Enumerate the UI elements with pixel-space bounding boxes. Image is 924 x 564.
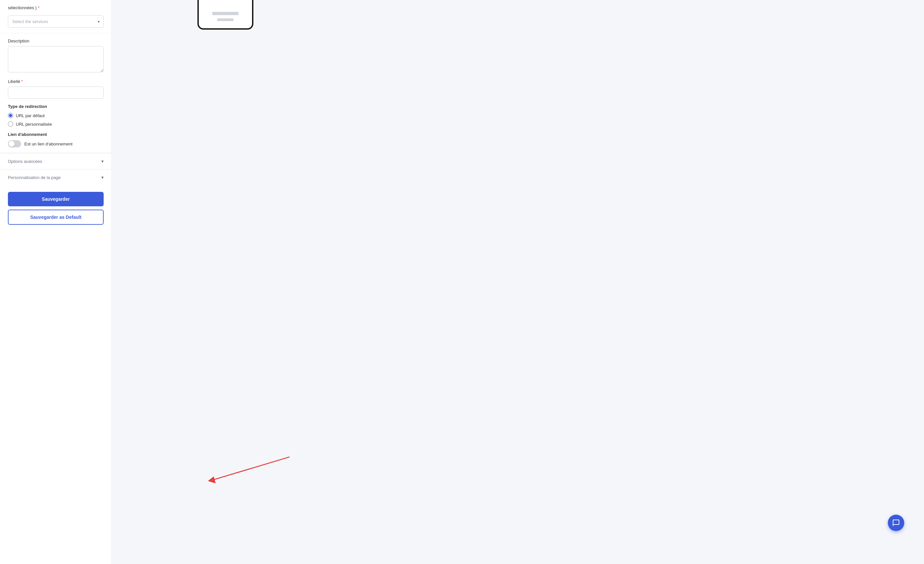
- abonnement-toggle-label: Est un lien d'abonnement: [24, 141, 72, 146]
- libelle-required-marker: *: [21, 79, 23, 84]
- radio-url-personnalisee-label: URL personnalisée: [16, 122, 52, 127]
- arrow-annotation: [204, 452, 290, 485]
- form-panel: sélectionnées ) * Select the services ▾ …: [0, 0, 112, 564]
- description-field-group: Description: [8, 39, 104, 74]
- options-avancees-section: Options avancées ▾: [0, 153, 111, 169]
- phone-bar-1: [212, 12, 238, 15]
- save-default-button[interactable]: Sauvegarder as Default: [8, 210, 104, 225]
- description-textarea[interactable]: [8, 46, 104, 72]
- chat-icon: [892, 519, 900, 527]
- right-panel: [112, 0, 924, 564]
- svg-marker-1: [208, 477, 216, 483]
- services-label-text: sélectionnées ): [8, 5, 36, 10]
- save-button[interactable]: Sauvegarder: [8, 192, 104, 206]
- abonnement-toggle[interactable]: [8, 140, 21, 147]
- libelle-input[interactable]: [8, 87, 104, 99]
- chat-button[interactable]: [888, 514, 904, 531]
- redirection-type-label: Type de redirection: [8, 104, 104, 109]
- phone-mockup: [197, 0, 254, 30]
- description-section: Description Libellé * Type de redirectio…: [0, 33, 111, 153]
- personnalisation-section: Personnalisation de la page ▾: [0, 169, 111, 185]
- abonnement-toggle-row: Est un lien d'abonnement: [8, 140, 104, 147]
- personnalisation-chevron-icon: ▾: [101, 175, 104, 180]
- redirection-type-group: Type de redirection URL par défaut URL p…: [8, 104, 104, 127]
- services-field-label-area: sélectionnées ) *: [0, 0, 111, 10]
- options-avancees-header[interactable]: Options avancées ▾: [8, 159, 104, 164]
- radio-group: URL par défaut URL personnalisée: [8, 113, 104, 127]
- services-select[interactable]: Select the services: [8, 15, 104, 28]
- libelle-label: Libellé *: [8, 79, 104, 84]
- services-required-marker: *: [38, 5, 39, 10]
- phone-bar-2: [217, 18, 234, 21]
- abonnement-section: Lien d'abonnement Est un lien d'abonneme…: [8, 132, 104, 147]
- services-section: Select the services ▾: [0, 10, 111, 33]
- svg-line-0: [212, 457, 290, 480]
- radio-url-personnalisee-input[interactable]: [8, 122, 13, 127]
- radio-url-personnalisee[interactable]: URL personnalisée: [8, 122, 104, 127]
- personnalisation-header[interactable]: Personnalisation de la page ▾: [8, 175, 104, 180]
- services-select-wrapper: Select the services ▾: [8, 15, 104, 28]
- options-avancees-chevron-icon: ▾: [101, 159, 104, 164]
- description-label: Description: [8, 39, 104, 44]
- libelle-field-group: Libellé *: [8, 79, 104, 99]
- radio-url-defaut-label: URL par défaut: [16, 113, 45, 118]
- button-section: Sauvegarder Sauvegarder as Default: [0, 185, 111, 231]
- radio-url-defaut-input[interactable]: [8, 113, 13, 118]
- abonnement-title: Lien d'abonnement: [8, 132, 104, 137]
- personnalisation-title: Personnalisation de la page: [8, 175, 60, 180]
- radio-url-defaut[interactable]: URL par défaut: [8, 113, 104, 118]
- options-avancees-title: Options avancées: [8, 159, 42, 164]
